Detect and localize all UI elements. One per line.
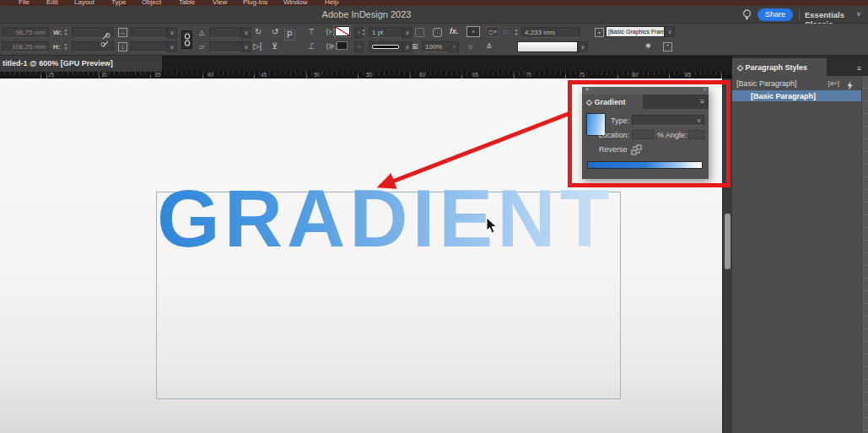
height-label: H: <box>53 43 60 54</box>
corner-radius-icon[interactable] <box>433 28 442 37</box>
stroke-weight-dropdown[interactable]: ∨ <box>402 27 412 38</box>
document-tab-label: titled-1 @ 600% [GPU Preview] <box>3 59 113 68</box>
menu-view[interactable]: View <box>213 0 227 6</box>
rotate-ccw-icon[interactable]: ↺ <box>272 27 278 38</box>
scrollbar-thumb[interactable] <box>725 214 731 269</box>
document-tab-bar: titled-1 @ 600% [GPU Preview] <box>0 56 732 72</box>
rotate-cw-icon[interactable]: ↻ <box>255 27 261 38</box>
applied-style-row[interactable]: [Basic Paragraph] [a+] <box>732 77 861 89</box>
scale-x-dropdown[interactable]: ∨ <box>167 27 177 38</box>
effects-fx-icon[interactable]: fx. <box>450 27 459 38</box>
ruler-tick: 40 <box>208 72 213 78</box>
ruler-tick: 50 <box>314 72 320 78</box>
stroke-weight-field[interactable]: 1 pt <box>369 27 402 38</box>
object-style-icon: ▪ <box>595 28 604 37</box>
style-list-item-selected[interactable]: [Basic Paragraph] <box>732 90 861 101</box>
ruler-tick: 25 <box>48 72 54 78</box>
align-stroke-icon[interactable]: ≛ <box>486 41 493 52</box>
ruler-tick: 30 <box>101 72 107 78</box>
menu-object[interactable]: Object <box>142 0 161 6</box>
style-name: [Basic Paragraph] <box>751 92 816 100</box>
paragraph-styles-tab-label: ◇ Paragraph Styles <box>737 63 807 72</box>
share-button[interactable]: Share <box>757 8 793 21</box>
ruler-tick: 65 <box>472 72 478 78</box>
opacity-menu[interactable]: › <box>450 41 459 52</box>
align-icon-1[interactable]: ⊤̈ <box>308 27 315 38</box>
ruler-tick: 75 <box>579 72 585 78</box>
fill-swatch-menu[interactable]: › <box>354 41 364 52</box>
scale-x-icon: ↔ <box>118 28 127 37</box>
shear-angle-field[interactable] <box>209 41 241 52</box>
scale-x-field[interactable] <box>130 27 167 38</box>
link-scale-icon[interactable] <box>181 30 192 49</box>
width-label: W: <box>53 29 62 40</box>
opacity-field[interactable]: 100% <box>422 41 449 52</box>
style-override-icon[interactable]: [a+] <box>828 79 839 87</box>
shear-angle-icon: ▱ <box>199 42 204 53</box>
tab-paragraph-styles[interactable]: ◇ Paragraph Styles <box>732 58 827 76</box>
annotation-highlight-rectangle <box>568 80 731 187</box>
mouse-cursor <box>486 217 499 235</box>
panel-menu-icon[interactable]: ≡ <box>857 64 861 73</box>
control-bar: 98,75 mm 108,25 mm W: H: ▲▼ ▲▼ ↔ ↕ ∨ ∨ △… <box>0 24 868 56</box>
app-header: Adobe InDesign 2023 Share Essentials Cla… <box>0 6 868 24</box>
collapsed-dock-strip[interactable] <box>861 76 868 433</box>
x-position-field[interactable]: 98,75 mm <box>2 27 49 38</box>
fill-color-swatch[interactable] <box>337 41 348 50</box>
ruler-tick: 85 <box>685 72 691 78</box>
ruler-tick: 35 <box>154 72 160 78</box>
stroke-style-dropdown[interactable] <box>369 41 402 52</box>
style-options-icon[interactable]: ✱ <box>645 41 651 52</box>
horizontal-ruler: 25 30 35 40 45 50 55 60 65 70 75 80 85 <box>0 72 732 78</box>
width-stepper[interactable]: ▲▼ <box>62 28 69 39</box>
shear-dropdown[interactable]: ∨ <box>241 41 251 52</box>
y-position-field[interactable]: 108,25 mm <box>2 41 49 52</box>
stroke-color-swatch-none[interactable] <box>335 26 350 36</box>
constrain-proportions-icon[interactable] <box>100 33 111 44</box>
distribute-icon-1[interactable]: ⊥̈ <box>308 41 315 52</box>
swatch-preview-field[interactable] <box>517 41 578 52</box>
drop-shadow-icon[interactable]: ☼ <box>466 41 474 52</box>
menu-type[interactable]: Type <box>111 0 126 6</box>
clear-overrides-icon[interactable]: ⁺ <box>663 42 672 51</box>
flip-horizontal-icon[interactable]: ▷| <box>253 41 261 52</box>
stroke-weight-stepper[interactable]: ▲▼ <box>360 28 367 39</box>
ruler-tick: 70 <box>526 72 531 78</box>
ruler-tick: 60 <box>419 72 425 78</box>
reference-point-proxy[interactable]: P <box>284 30 295 41</box>
menu-file[interactable]: File <box>19 0 30 6</box>
header-divider <box>799 9 800 20</box>
wrap-offset-stepper[interactable]: ▲▼ <box>513 28 520 39</box>
align-icon-2[interactable]: ⟨⊦⟩ <box>326 27 336 38</box>
document-tab[interactable]: titled-1 @ 600% [GPU Preview] <box>0 56 162 72</box>
corner-options-icon[interactable] <box>415 28 424 37</box>
object-style-dropdown[interactable]: ∨ <box>665 26 675 37</box>
app-title: Adobe InDesign 2023 <box>0 9 733 19</box>
scale-y-field[interactable] <box>130 41 167 52</box>
rotation-angle-field[interactable] <box>209 27 241 38</box>
ruler-tick: 45 <box>261 72 267 78</box>
ruler-tick: 80 <box>632 72 638 78</box>
menu-plugins[interactable]: Plug-Ins <box>243 0 267 6</box>
ruler-tick: 55 <box>366 72 372 78</box>
live-corner-handles-icon: ∷ <box>504 28 508 39</box>
menu-edit[interactable]: Edit <box>46 0 58 6</box>
learn-bulb-icon[interactable] <box>742 9 752 24</box>
flip-vertical-icon[interactable]: ⊻ <box>272 41 278 52</box>
text-wrap-around-icon[interactable]: ◻≡ <box>486 26 499 37</box>
wrap-offset-field[interactable]: 4,233 mm <box>521 27 580 38</box>
text-wrap-none-icon[interactable]: ≡ <box>466 26 480 37</box>
chevron-down-icon[interactable]: ∨ <box>856 10 861 18</box>
scale-y-dropdown[interactable]: ∨ <box>167 41 177 52</box>
swatch-preview-chevron[interactable]: ∨ <box>578 41 588 52</box>
menu-layout[interactable]: Layout <box>74 0 94 6</box>
height-stepper[interactable]: ▲▼ <box>62 42 69 53</box>
menu-table[interactable]: Table <box>179 0 195 6</box>
menu-window[interactable]: Window <box>283 0 307 6</box>
gradient-headline-text: GRADIENT <box>157 178 613 259</box>
right-dock: ◇ Paragraph Styles ≡ [Basic Paragraph] [… <box>732 56 868 433</box>
object-style-field[interactable]: [Basic Graphics Frame] <box>606 26 665 37</box>
menu-help[interactable]: Help <box>325 0 338 6</box>
rotation-angle-icon: △ <box>199 28 204 39</box>
rotation-dropdown[interactable]: ∨ <box>241 27 251 38</box>
